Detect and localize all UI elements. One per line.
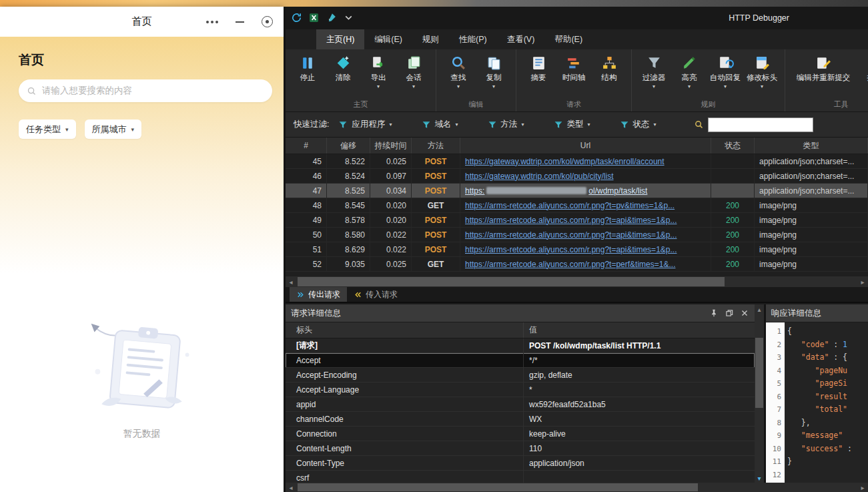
header-row[interactable]: channelCode WX xyxy=(286,412,755,427)
ribbon-group: 查找 ▾ 复制 ▾ 编辑 xyxy=(436,49,516,111)
column-header[interactable]: # xyxy=(286,138,327,154)
close-icon[interactable] xyxy=(740,308,749,318)
scrollbar-thumb[interactable] xyxy=(298,277,725,286)
column-header-name[interactable]: 标头 xyxy=(286,322,524,338)
stream-tab[interactable]: 传入请求 xyxy=(347,287,404,302)
pin-icon[interactable] xyxy=(709,308,719,318)
scroll-right-arrow[interactable]: ▸ xyxy=(857,276,868,287)
scroll-left-arrow[interactable]: ◂ xyxy=(286,483,296,492)
ribbon-button[interactable]: 结构 ▾ xyxy=(592,53,626,99)
header-value: 110 xyxy=(524,441,755,456)
requests-hscrollbar[interactable]: ◂ ▸ xyxy=(286,276,868,287)
column-header[interactable]: 类型 xyxy=(755,138,868,154)
quick-filter-dropdown[interactable]: 域名 ▾ xyxy=(422,119,458,130)
filter-dropdown[interactable]: 任务类型 ▾ xyxy=(19,119,76,139)
scrollbar-thumb[interactable] xyxy=(755,338,763,408)
ribbon-button[interactable]: 高亮 ▾ xyxy=(673,53,706,99)
capsule-exit-icon[interactable] xyxy=(262,16,273,27)
column-header[interactable]: 偏移 xyxy=(327,138,370,154)
header-value: keep-alive xyxy=(524,427,755,441)
request-row[interactable]: 52 9.035 0.025 GET https://arms-retcode.… xyxy=(286,257,868,272)
ribbon-button[interactable]: 提交 ▾ xyxy=(858,53,868,99)
column-header[interactable]: 状态 xyxy=(711,138,755,154)
url-cell[interactable]: https://arms-retcode.aliyuncs.com/r.png?… xyxy=(460,242,711,257)
request-row[interactable]: 50 8.580 0.022 POST https://arms-retcode… xyxy=(286,228,868,242)
search-input[interactable]: 请输入想要搜索的内容 xyxy=(19,79,272,102)
request-row[interactable]: 47 8.525 0.034 POST https:ol/wdmp/task/l… xyxy=(286,184,868,198)
header-row[interactable]: Content-Length 110 xyxy=(286,441,755,456)
url-cell[interactable]: https://gateway.wdtrip.com/kol/pub/city/… xyxy=(460,169,711,184)
header-row[interactable]: Connection keep-alive xyxy=(286,427,755,441)
ribbon-button[interactable]: 摘要 ▾ xyxy=(522,53,555,99)
column-header-value[interactable]: 值 xyxy=(524,322,755,338)
ribbon-button[interactable]: 查找 ▾ xyxy=(442,53,475,99)
ribbon-button[interactable]: 导出 ▾ xyxy=(362,53,395,99)
request-row[interactable]: 49 8.578 0.020 POST https://arms-retcode… xyxy=(286,213,868,228)
menu-item[interactable]: 编辑(E) xyxy=(364,29,412,49)
scroll-left-arrow[interactable]: ◂ xyxy=(286,276,296,287)
quick-filter-dropdown[interactable]: 类型 ▾ xyxy=(554,119,590,130)
quick-filter-dropdown[interactable]: 状态 ▾ xyxy=(620,119,657,130)
status-cell: 200 xyxy=(711,242,755,257)
url-cell[interactable]: https://arms-retcode.aliyuncs.com/r.png?… xyxy=(460,198,711,213)
ribbon-button[interactable]: 停止 ▾ xyxy=(291,53,324,99)
quick-filter-dropdown[interactable]: 方法 ▾ xyxy=(488,119,524,130)
column-header[interactable]: 方法 xyxy=(412,138,460,154)
type-cell: application/json;charset=... xyxy=(755,169,868,184)
quick-filter-dropdown[interactable]: 应用程序 ▾ xyxy=(338,119,392,130)
ribbon-button[interactable]: 清除 ▾ xyxy=(326,53,360,99)
request-row[interactable]: 51 8.629 0.022 POST https://arms-retcode… xyxy=(286,242,868,257)
ribbon-button[interactable]: 时间轴 ▾ xyxy=(557,53,590,99)
header-name: channelCode xyxy=(286,412,524,427)
request-row[interactable]: 46 8.524 0.097 POST https://gateway.wdtr… xyxy=(286,169,868,184)
restore-icon[interactable] xyxy=(725,308,734,318)
filter-search-input[interactable] xyxy=(708,117,813,132)
bottom-hscrollbar[interactable]: ◂ ▸ xyxy=(286,483,868,492)
scrollbar-thumb[interactable] xyxy=(298,483,698,491)
scroll-up-arrow[interactable]: ▴ xyxy=(755,304,764,314)
ribbon-button[interactable]: 修改标头 ▾ xyxy=(745,53,779,99)
column-header[interactable]: 持续时间 xyxy=(370,138,412,154)
header-row[interactable]: csrf xyxy=(286,471,755,483)
menu-item[interactable]: 主页(H) xyxy=(316,29,364,49)
url-cell[interactable]: https://gateway.wdtrip.com/kol/wdmp/task… xyxy=(460,154,711,169)
excel-export-icon[interactable] xyxy=(308,12,320,23)
url-cell[interactable]: https://arms-retcode.aliyuncs.com/r.png?… xyxy=(460,213,711,228)
menu-item[interactable]: 规则 xyxy=(412,29,449,49)
url-cell[interactable]: https://arms-retcode.aliyuncs.com/r.png?… xyxy=(460,228,711,242)
menu-item[interactable]: 帮助(E) xyxy=(544,29,592,49)
request-row[interactable]: 45 8.522 0.025 POST https://gateway.wdtr… xyxy=(286,154,868,169)
scroll-right-arrow[interactable]: ▸ xyxy=(857,483,868,492)
header-row[interactable]: Accept */* xyxy=(286,353,755,368)
refresh-icon[interactable] xyxy=(291,12,302,23)
more-options-icon[interactable] xyxy=(206,21,218,23)
stream-tab[interactable]: 传出请求 xyxy=(290,287,347,302)
copy-icon xyxy=(486,55,502,71)
menu-item[interactable]: 查看(V) xyxy=(497,29,545,49)
minimize-icon[interactable] xyxy=(236,21,244,23)
scroll-down-arrow[interactable]: ▾ xyxy=(755,473,764,483)
menu-item[interactable]: 性能(P) xyxy=(449,29,497,49)
filter-dropdown[interactable]: 所属城市 ▾ xyxy=(85,119,142,139)
request-panel-vscrollbar[interactable]: ▴ ▾ xyxy=(755,304,764,483)
header-row[interactable]: Accept-Language * xyxy=(286,383,755,397)
header-row[interactable]: appid wx592feaafd52a1ba5 xyxy=(286,397,755,412)
requests-table: 45 8.522 0.025 POST https://gateway.wdtr… xyxy=(286,154,868,276)
ribbon-button[interactable]: 编辑并重新提交 ▾ xyxy=(791,53,856,99)
duration-cell: 0.025 xyxy=(370,154,412,169)
brush-icon[interactable] xyxy=(326,12,337,23)
ribbon-button[interactable]: 自动回复 ▾ xyxy=(708,53,743,99)
caret-down-icon[interactable] xyxy=(343,12,354,23)
stream-tabs: 传出请求 传入请求 xyxy=(286,287,868,303)
header-row[interactable]: Content-Type application/json xyxy=(286,456,755,471)
url-cell[interactable]: https:ol/wdmp/task/list xyxy=(460,184,711,198)
header-row[interactable]: [请求] POST /kol/wdmp/task/list HTTP/1.1 xyxy=(286,338,755,353)
ribbon-group-label: 编辑 xyxy=(436,99,516,109)
url-cell[interactable]: https://arms-retcode.aliyuncs.com/r.png?… xyxy=(460,257,711,272)
ribbon-button[interactable]: 过滤器 ▾ xyxy=(637,53,671,99)
ribbon-button[interactable]: 复制 ▾ xyxy=(477,53,510,99)
column-header[interactable]: Url xyxy=(460,138,711,154)
request-row[interactable]: 48 8.545 0.020 GET https://arms-retcode.… xyxy=(286,198,868,213)
header-row[interactable]: Accept-Encoding gzip, deflate xyxy=(286,368,755,383)
ribbon-button[interactable]: 会话 ▾ xyxy=(397,53,430,99)
